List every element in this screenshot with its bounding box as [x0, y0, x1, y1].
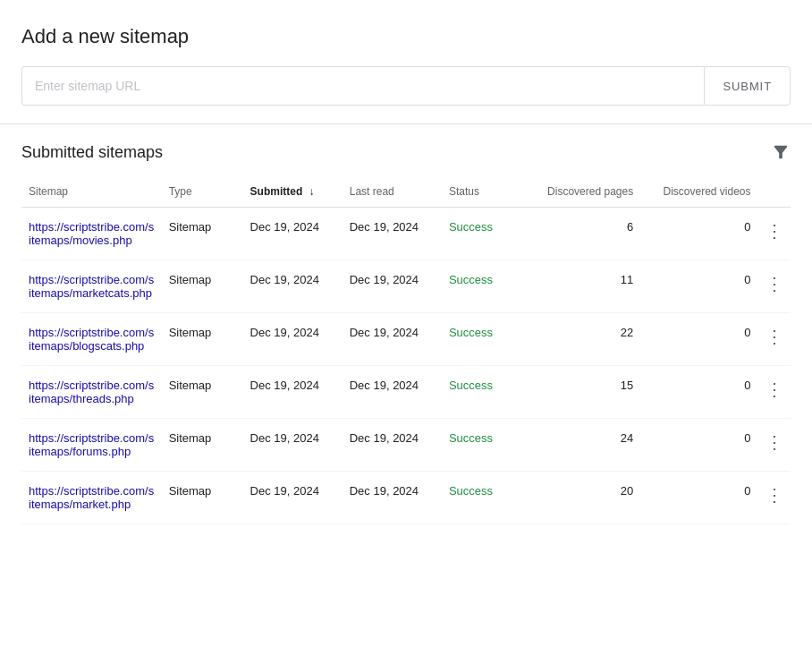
cell-submitted: Dec 19, 2024: [243, 260, 343, 313]
cell-type: Sitemap: [162, 366, 243, 419]
cell-discovered-videos: 0: [640, 260, 757, 313]
page-title: Add a new sitemap: [21, 25, 791, 48]
cell-sitemap-url[interactable]: https://scriptstribe.com/sitemaps/market…: [21, 260, 162, 313]
cell-discovered-videos: 0: [640, 472, 757, 524]
cell-lastread: Dec 19, 2024: [343, 419, 442, 472]
cell-type: Sitemap: [162, 419, 243, 472]
cell-discovered-pages: 11: [523, 260, 640, 313]
cell-more-action[interactable]: ⋮: [758, 419, 791, 472]
cell-sitemap-url[interactable]: https://scriptstribe.com/sitemaps/thread…: [21, 366, 162, 419]
col-header-sitemap: Sitemap: [21, 176, 162, 208]
cell-discovered-videos: 0: [640, 208, 757, 260]
cell-sitemap-url[interactable]: https://scriptstribe.com/sitemaps/market…: [21, 472, 162, 524]
col-header-status: Status: [442, 176, 523, 208]
cell-status: Success: [442, 208, 523, 260]
more-options-icon[interactable]: ⋮: [765, 273, 783, 294]
col-header-submitted[interactable]: Submitted ↓: [243, 176, 343, 208]
cell-sitemap-url[interactable]: https://scriptstribe.com/sitemaps/movies…: [21, 208, 162, 260]
table-row: https://scriptstribe.com/sitemaps/blogsc…: [21, 313, 791, 366]
cell-more-action[interactable]: ⋮: [758, 366, 791, 419]
table-row: https://scriptstribe.com/sitemaps/thread…: [21, 366, 791, 419]
cell-discovered-pages: 22: [523, 313, 640, 366]
cell-submitted: Dec 19, 2024: [243, 208, 343, 260]
cell-lastread: Dec 19, 2024: [343, 260, 442, 313]
cell-more-action[interactable]: ⋮: [758, 260, 791, 313]
cell-status: Success: [442, 419, 523, 472]
col-header-discovered-pages: Discovered pages: [523, 176, 640, 208]
cell-sitemap-url[interactable]: https://scriptstribe.com/sitemaps/blogsc…: [21, 313, 162, 366]
filter-icon[interactable]: [771, 142, 791, 162]
table-row: https://scriptstribe.com/sitemaps/market…: [21, 260, 791, 313]
sort-arrow-icon: ↓: [309, 185, 315, 198]
cell-more-action[interactable]: ⋮: [758, 313, 791, 366]
cell-discovered-videos: 0: [640, 313, 757, 366]
sitemaps-table: Sitemap Type Submitted ↓ Last read Statu…: [21, 176, 791, 524]
more-options-icon[interactable]: ⋮: [765, 431, 783, 453]
submitted-sitemaps-title: Submitted sitemaps: [21, 143, 163, 162]
more-options-icon[interactable]: ⋮: [765, 484, 783, 506]
cell-discovered-pages: 15: [523, 366, 640, 419]
cell-discovered-pages: 24: [523, 419, 640, 472]
cell-discovered-videos: 0: [640, 366, 757, 419]
cell-status: Success: [442, 366, 523, 419]
cell-type: Sitemap: [162, 260, 243, 313]
sitemap-url-input[interactable]: [21, 66, 704, 106]
cell-discovered-pages: 6: [523, 208, 640, 260]
cell-submitted: Dec 19, 2024: [243, 313, 343, 366]
cell-lastread: Dec 19, 2024: [343, 313, 442, 366]
cell-type: Sitemap: [162, 472, 243, 524]
cell-lastread: Dec 19, 2024: [343, 208, 442, 260]
cell-sitemap-url[interactable]: https://scriptstribe.com/sitemaps/forums…: [21, 419, 162, 472]
cell-more-action[interactable]: ⋮: [758, 472, 791, 524]
cell-lastread: Dec 19, 2024: [343, 472, 442, 524]
table-row: https://scriptstribe.com/sitemaps/movies…: [21, 208, 791, 260]
cell-status: Success: [442, 313, 523, 366]
table-row: https://scriptstribe.com/sitemaps/market…: [21, 472, 791, 524]
col-header-action: [758, 176, 791, 208]
cell-submitted: Dec 19, 2024: [243, 366, 343, 419]
cell-discovered-pages: 20: [523, 472, 640, 524]
cell-lastread: Dec 19, 2024: [343, 366, 442, 419]
submit-button[interactable]: SUBMIT: [704, 66, 791, 106]
more-options-icon[interactable]: ⋮: [765, 379, 783, 400]
cell-type: Sitemap: [162, 313, 243, 366]
cell-submitted: Dec 19, 2024: [243, 472, 343, 524]
cell-discovered-videos: 0: [640, 419, 757, 472]
more-options-icon[interactable]: ⋮: [765, 326, 783, 347]
cell-status: Success: [442, 260, 523, 313]
col-header-type: Type: [162, 176, 243, 208]
more-options-icon[interactable]: ⋮: [765, 220, 783, 242]
cell-status: Success: [442, 472, 523, 524]
cell-type: Sitemap: [162, 208, 243, 260]
col-header-lastread: Last read: [343, 176, 442, 208]
table-row: https://scriptstribe.com/sitemaps/forums…: [21, 419, 791, 472]
cell-more-action[interactable]: ⋮: [758, 208, 791, 260]
cell-submitted: Dec 19, 2024: [243, 419, 343, 472]
col-header-discovered-videos: Discovered videos: [640, 176, 757, 208]
